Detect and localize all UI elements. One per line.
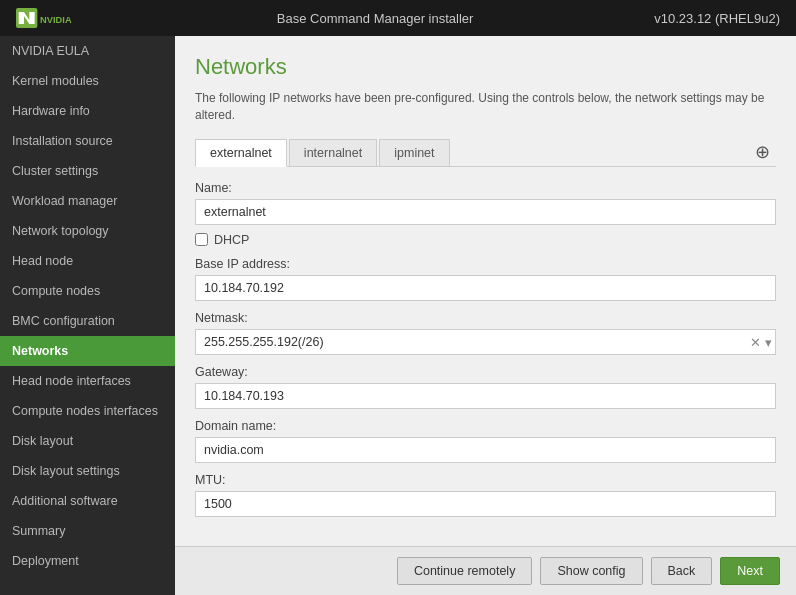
- domain-name-label: Domain name:: [195, 419, 776, 433]
- sidebar-item-nvidia-eula[interactable]: NVIDIA EULA: [0, 36, 175, 66]
- show-config-button[interactable]: Show config: [540, 557, 642, 585]
- sidebar-item-deployment[interactable]: Deployment: [0, 546, 175, 576]
- app-version: v10.23.12 (RHEL9u2): [654, 11, 780, 26]
- app-title: Base Command Manager installer: [277, 11, 474, 26]
- sidebar-item-disk-layout-settings[interactable]: Disk layout settings: [0, 456, 175, 486]
- sidebar-item-head-node[interactable]: Head node: [0, 246, 175, 276]
- sidebar-item-installation-source[interactable]: Installation source: [0, 126, 175, 156]
- logo-area: NVIDIA: [16, 7, 96, 29]
- netmask-label: Netmask:: [195, 311, 776, 325]
- netmask-wrap: ✕ ▾: [195, 329, 776, 355]
- top-bar: NVIDIA Base Command Manager installer v1…: [0, 0, 796, 36]
- sidebar-item-disk-layout[interactable]: Disk layout: [0, 426, 175, 456]
- page-description: The following IP networks have been pre-…: [195, 90, 776, 124]
- add-tab-button[interactable]: ⊕: [749, 141, 776, 163]
- mtu-input[interactable]: [195, 491, 776, 517]
- sidebar-item-hardware-info[interactable]: Hardware info: [0, 96, 175, 126]
- sidebar-item-compute-nodes-interfaces[interactable]: Compute nodes interfaces: [0, 396, 175, 426]
- netmask-controls: ✕ ▾: [750, 334, 772, 349]
- page-title: Networks: [195, 54, 776, 80]
- dhcp-label: DHCP: [214, 233, 249, 247]
- base-ip-input[interactable]: [195, 275, 776, 301]
- gateway-label: Gateway:: [195, 365, 776, 379]
- name-input[interactable]: [195, 199, 776, 225]
- sidebar-item-bmc-configuration[interactable]: BMC configuration: [0, 306, 175, 336]
- content-area: Networks The following IP networks have …: [175, 36, 796, 595]
- gateway-input[interactable]: [195, 383, 776, 409]
- sidebar-item-workload-manager[interactable]: Workload manager: [0, 186, 175, 216]
- tab-internalnet[interactable]: internalnet: [289, 139, 377, 166]
- sidebar-item-additional-software[interactable]: Additional software: [0, 486, 175, 516]
- netmask-clear-icon[interactable]: ✕: [750, 334, 761, 349]
- sidebar: NVIDIA EULAKernel modulesHardware infoIn…: [0, 36, 175, 595]
- dhcp-checkbox[interactable]: [195, 233, 208, 246]
- sidebar-item-cluster-settings[interactable]: Cluster settings: [0, 156, 175, 186]
- netmask-input[interactable]: [195, 329, 776, 355]
- next-button[interactable]: Next: [720, 557, 780, 585]
- sidebar-item-head-node-interfaces[interactable]: Head node interfaces: [0, 366, 175, 396]
- tab-ipminet[interactable]: ipminet: [379, 139, 449, 166]
- sidebar-item-network-topology[interactable]: Network topology: [0, 216, 175, 246]
- nvidia-logo-icon: NVIDIA: [16, 7, 96, 29]
- network-tabs: externalnetinternalnetipminet⊕: [195, 138, 776, 167]
- bottom-bar: Continue remotely Show config Back Next: [175, 546, 796, 595]
- netmask-dropdown-icon[interactable]: ▾: [765, 334, 772, 349]
- content-inner: Networks The following IP networks have …: [175, 36, 796, 546]
- sidebar-item-compute-nodes[interactable]: Compute nodes: [0, 276, 175, 306]
- dhcp-row: DHCP: [195, 233, 776, 247]
- back-button[interactable]: Back: [651, 557, 713, 585]
- base-ip-label: Base IP address:: [195, 257, 776, 271]
- sidebar-item-summary[interactable]: Summary: [0, 516, 175, 546]
- domain-name-input[interactable]: [195, 437, 776, 463]
- continue-remotely-button[interactable]: Continue remotely: [397, 557, 532, 585]
- tab-externalnet[interactable]: externalnet: [195, 139, 287, 167]
- sidebar-item-networks[interactable]: Networks: [0, 336, 175, 366]
- main-layout: NVIDIA EULAKernel modulesHardware infoIn…: [0, 36, 796, 595]
- svg-text:NVIDIA: NVIDIA: [40, 15, 72, 25]
- name-label: Name:: [195, 181, 776, 195]
- mtu-label: MTU:: [195, 473, 776, 487]
- sidebar-item-kernel-modules[interactable]: Kernel modules: [0, 66, 175, 96]
